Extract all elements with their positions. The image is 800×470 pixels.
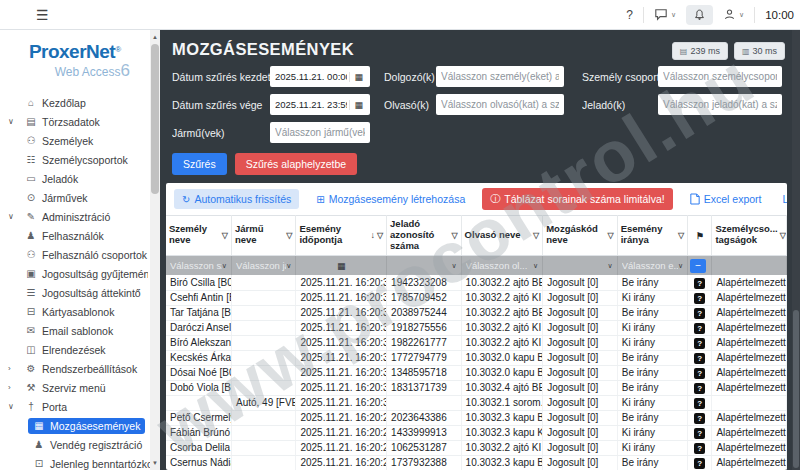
table-row[interactable]: Daróczi Anselmo ... 2025.11.21. 16:20:36… (166, 320, 787, 335)
scrollbar-thumb[interactable] (793, 310, 799, 468)
date-end-field[interactable]: ▦ (270, 94, 370, 115)
filter-icon[interactable]: ▽ (451, 231, 457, 240)
help-button[interactable]: ? (626, 8, 633, 22)
vehicle-filter-select[interactable]: Válasszon já...∨ (231, 255, 295, 275)
col-event-time[interactable]: Esemény időpontja↓▽ (296, 216, 387, 256)
transmitter-input[interactable] (658, 94, 782, 115)
calendar-icon[interactable]: ▦ (349, 72, 367, 82)
filter-icon[interactable]: ▽ (377, 231, 383, 240)
auto-refresh-button[interactable]: ↻Automatikus frissítés (174, 189, 299, 209)
sidebar-item[interactable]: › ⚙ Rendszerbeállítások (0, 359, 150, 378)
sidebar-item[interactable]: ∨ ▤ Törzsadatok (0, 112, 150, 131)
cell-flag: ? (688, 425, 712, 440)
sidebar-item[interactable]: ▣ Jogosultság gyűjtemények (0, 264, 150, 283)
table-row[interactable]: Kecskés Árkadij [... 2025.11.21. 16:20:3… (166, 350, 787, 365)
notifications-button[interactable] (686, 5, 713, 25)
sidebar-item[interactable]: ⊙ Járművek (0, 188, 150, 207)
date-start-input[interactable] (270, 71, 349, 82)
calendar-icon[interactable]: ▦ (337, 261, 346, 271)
create-event-button[interactable]: ⊞Mozgásesemény létrehozása (308, 189, 473, 209)
sidebar-item[interactable]: › ⚒ Szerviz menü (0, 378, 150, 397)
cell-flag: ? (688, 350, 712, 365)
hamburger-menu-icon[interactable]: ☰ (36, 7, 49, 23)
col-transmitter-id[interactable]: Jeladó azonosító száma▽ (387, 216, 462, 256)
date-filter-cell[interactable]: ▦ (296, 255, 387, 275)
table-row[interactable]: Tar Tatjána [B000... 2025.11.21. 16:20:3… (166, 305, 787, 320)
sidebar-item[interactable]: ✉ Email sablonok (0, 321, 150, 340)
reader-filter-select[interactable]: Válasszon ol...∨ (461, 255, 543, 275)
filter-icon[interactable]: ▽ (533, 231, 539, 240)
cell-person-groups: Alapértelmezett c... (712, 380, 787, 395)
expand-chevron-icon[interactable]: ∨ (8, 402, 20, 411)
reader-input[interactable] (436, 94, 564, 115)
filter-icon[interactable]: ▽ (222, 231, 228, 240)
sidebar-item[interactable]: ☰ Jogosultság áttekintő (0, 283, 150, 302)
sidebar-item[interactable]: ☷ Személycsoportok (0, 150, 150, 169)
cell-person-name: Csehfi Antin [B00... (166, 290, 231, 305)
date-start-field[interactable]: ▦ (270, 66, 370, 87)
table-row[interactable]: Csorba Delila [B0... 2025.11.21. 16:20:2… (166, 440, 787, 455)
table-row[interactable]: Dobó Viola [B000... 2025.11.21. 16:20:32… (166, 380, 787, 395)
col-vehicle-name[interactable]: Jármű neve▽ (231, 216, 295, 256)
filter-reset-button[interactable]: Szűrés alaphelyzetbe (235, 153, 357, 175)
filter-button[interactable]: Szűrés (172, 153, 227, 175)
code-filter-select[interactable]: ∨ (543, 255, 618, 275)
worker-input[interactable] (436, 66, 564, 87)
col-person-name[interactable]: Személy neve▽ (166, 216, 231, 256)
transmitter-filter-select[interactable]: ∨ (387, 255, 462, 275)
table-row[interactable]: Bíró Alekszander ... 2025.11.21. 16:20:3… (166, 335, 787, 350)
expand-chevron-icon[interactable]: ∨ (8, 212, 20, 221)
sidebar-item[interactable]: ⌂ Kezdőlap (0, 93, 150, 112)
scroll-down-arrow-icon[interactable]: ▼ (150, 458, 160, 468)
table-row[interactable]: Csehfi Antin [B00... 2025.11.21. 16:20:3… (166, 290, 787, 305)
person-filter-select[interactable]: Válasszon sz...∨ (166, 255, 231, 275)
sidebar-scrollbar[interactable]: ▲ ▼ (150, 30, 160, 470)
scroll-up-arrow-icon[interactable]: ▲ (150, 32, 160, 42)
sidebar-item[interactable]: ▦ Mozgásesemények (0, 416, 150, 435)
table-row[interactable]: Biró Csilla [B0000... 2025.11.21. 16:20:… (166, 275, 787, 290)
sidebar-item[interactable]: ♟ Vendég regisztráció (0, 435, 150, 454)
sidebar-item[interactable]: ◫ Elrendezések (0, 340, 150, 359)
col-person-groups[interactable]: Személycso... tagságok▽ (712, 216, 787, 256)
filter-icon[interactable]: ▽ (608, 231, 614, 240)
person-group-input[interactable] (658, 66, 782, 87)
limit-warning-button[interactable]: ⓘTáblázat sorainak száma limitálva! (482, 188, 672, 210)
expand-chevron-icon[interactable]: › (8, 383, 20, 392)
direction-filter-select[interactable]: Válasszon e...∨ (617, 255, 688, 275)
filter-icon[interactable]: ▽ (678, 231, 684, 240)
table-row[interactable]: Fábián Brúnó [B0... 2025.11.21. 16:20:28… (166, 425, 787, 440)
sidebar-item[interactable]: ▭ Jeladók (0, 169, 150, 188)
expand-chevron-icon[interactable]: › (8, 364, 20, 373)
sort-desc-icon[interactable]: ↓ (370, 230, 375, 240)
sidebar-item[interactable]: ⚇ Felhasználó csoportok (0, 245, 150, 264)
cell-event-direction: Ki irány (617, 425, 688, 440)
date-end-input[interactable] (270, 99, 349, 110)
sidebar-item[interactable]: ⊟ Kártyasablonok (0, 302, 150, 321)
flag-filter-minus-button[interactable]: − (690, 259, 706, 273)
table-row[interactable]: Autó, 49 [FVE-959] 2025.11.21. 16:20:30 … (166, 395, 787, 410)
sidebar-item[interactable]: ♟ Felhasználók (0, 226, 150, 245)
user-menu-button[interactable]: ∨ (723, 8, 744, 21)
table-row[interactable]: Csernus Nádia [B... 2025.11.21. 16:20:26… (166, 455, 787, 470)
vehicle-input[interactable] (270, 122, 370, 143)
col-event-direction[interactable]: Esemény iránya▽ (617, 216, 688, 256)
sidebar-item[interactable]: ∨ ✎ Adminisztráció (0, 207, 150, 226)
table-toolbar: ↻Automatikus frissítés ⊞Mozgásesemény lé… (166, 183, 787, 215)
messages-button[interactable]: ∨ (654, 8, 676, 21)
table-row[interactable]: Dósai Noé [B000... 2025.11.21. 16:20:33 … (166, 365, 787, 380)
filter-icon[interactable]: ▽ (286, 231, 292, 240)
sidebar-item[interactable]: ∨ † Porta (0, 397, 150, 416)
calendar-icon[interactable]: ▦ (349, 100, 367, 110)
col-reader-name[interactable]: Olvasó neve▽ (461, 216, 543, 256)
excel-export-button[interactable]: Excel export (682, 189, 770, 209)
col-movement-code[interactable]: Mozgáskód neve▽ (543, 216, 618, 256)
cell-event-time: 2025.11.21. 16:20:29 (296, 410, 387, 425)
expand-chevron-icon[interactable]: ∨ (8, 117, 20, 126)
scrollbar-thumb[interactable] (151, 44, 159, 194)
page-scrollbar[interactable] (792, 30, 800, 470)
col-flag[interactable]: ⚑ (688, 216, 712, 256)
filter-icon[interactable]: ▽ (780, 231, 786, 240)
sidebar-item[interactable]: ⊡ Jelenleg benntartózkodók (0, 454, 150, 470)
sidebar-item[interactable]: ⚇ Személyek (0, 131, 150, 150)
table-row[interactable]: Pető Csermely [B... 2025.11.21. 16:20:29… (166, 410, 787, 425)
